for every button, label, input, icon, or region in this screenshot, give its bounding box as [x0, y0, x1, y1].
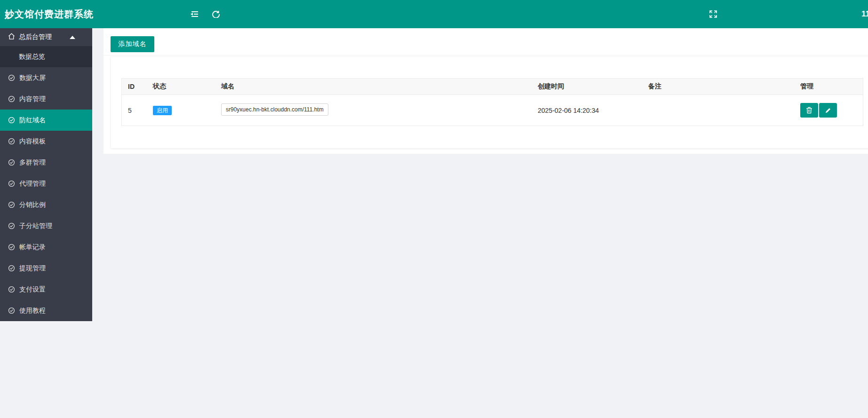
refresh-icon[interactable]	[208, 0, 224, 28]
sidebar-item-payment-settings[interactable]: 支付设置	[0, 279, 92, 300]
sidebar-item-label: 数据总览	[19, 53, 45, 61]
seal-check-icon	[8, 138, 15, 145]
toolbar-divider	[104, 55, 868, 55]
edit-button[interactable]	[819, 103, 837, 118]
main-content-panel: 添加域名 ID 状态 域名 创建时间 备注 管理	[104, 28, 868, 154]
sidebar-item-tutorial[interactable]: 使用教程	[0, 300, 92, 321]
sidebar-item-label: 提现管理	[19, 264, 46, 273]
status-badge-enabled: 启用	[153, 106, 172, 115]
trash-icon	[806, 107, 812, 114]
domain-value-box[interactable]: sr90yxuec.hn-bkt.clouddn.com/111.htm	[221, 103, 328, 116]
seal-check-icon	[8, 95, 15, 103]
cell-status: 启用	[147, 95, 215, 126]
sidebar-item-antired-domain[interactable]: 防红域名	[0, 110, 92, 131]
cell-actions	[794, 95, 863, 126]
column-header-id: ID	[122, 79, 147, 95]
sidebar-item-billing-records[interactable]: 帐单记录	[0, 237, 92, 258]
sidebar-item-label: 子分站管理	[19, 222, 52, 230]
sidebar-item-label: 支付设置	[19, 285, 46, 294]
cell-created: 2025-02-06 14:20:34	[532, 95, 642, 126]
sidebar-item-label: 分销比例	[19, 201, 46, 209]
sidebar-item-commission-ratio[interactable]: 分销比例	[0, 194, 92, 215]
fullscreen-icon[interactable]	[705, 0, 721, 28]
cell-domain: sr90yxuec.hn-bkt.clouddn.com/111.htm	[215, 95, 532, 126]
add-domain-button[interactable]: 添加域名	[111, 36, 154, 52]
seal-check-icon	[8, 201, 15, 208]
seal-check-icon	[8, 117, 15, 124]
collapse-sidebar-icon[interactable]	[186, 0, 202, 28]
sidebar-item-substation[interactable]: 子分站管理	[0, 215, 92, 237]
sidebar-group-admin[interactable]: 总后台管理	[0, 28, 92, 46]
table-row: 5 启用 sr90yxuec.hn-bkt.clouddn.com/111.ht…	[122, 95, 863, 126]
delete-button[interactable]	[800, 103, 818, 118]
sidebar-item-label: 内容模板	[19, 137, 46, 146]
seal-check-icon	[8, 307, 15, 314]
column-header-remark: 备注	[642, 79, 794, 95]
seal-check-icon	[8, 159, 15, 166]
sidebar-item-label: 代理管理	[19, 180, 46, 188]
home-icon	[8, 33, 15, 41]
user-badge[interactable]: 11	[861, 0, 868, 28]
table-header-row: ID 状态 域名 创建时间 备注 管理	[122, 79, 863, 95]
sidebar-item-agent-manage[interactable]: 代理管理	[0, 173, 92, 194]
sidebar-group-label: 总后台管理	[19, 33, 52, 41]
seal-check-icon	[8, 265, 15, 272]
cell-remark	[642, 95, 794, 126]
sidebar-item-label: 数据大屏	[19, 74, 46, 82]
column-header-status: 状态	[147, 79, 215, 95]
sidebar-item-multi-group[interactable]: 多群管理	[0, 152, 92, 173]
column-header-manage: 管理	[794, 79, 863, 95]
sidebar-item-label: 使用教程	[19, 307, 46, 315]
sidebar-item-label: 内容管理	[19, 95, 46, 103]
chevron-up-icon	[70, 36, 75, 39]
app-title: 妙文馆付费进群系统	[5, 0, 94, 28]
sidebar-item-content-manage[interactable]: 内容管理	[0, 88, 92, 110]
pencil-icon	[825, 107, 831, 114]
cell-id: 5	[122, 95, 147, 126]
seal-check-icon	[8, 286, 15, 293]
sidebar-item-label: 帐单记录	[19, 243, 46, 252]
column-header-domain: 域名	[215, 79, 532, 95]
domain-table-card: ID 状态 域名 创建时间 备注 管理 5 启用	[111, 56, 868, 149]
top-header: 妙文馆付费进群系统 11	[0, 0, 868, 28]
sidebar-item-label: 多群管理	[19, 158, 46, 167]
seal-check-icon	[8, 180, 15, 187]
sidebar-item-data-screen[interactable]: 数据大屏	[0, 67, 92, 88]
seal-check-icon	[8, 74, 15, 81]
sidebar-item-content-template[interactable]: 内容模板	[0, 131, 92, 152]
sidebar-item-data-overview[interactable]: 数据总览	[0, 46, 92, 67]
domain-table: ID 状态 域名 创建时间 备注 管理 5 启用	[121, 78, 863, 126]
seal-check-icon	[8, 222, 15, 229]
sidebar-nav: 总后台管理 数据总览 数据大屏 内容管理 防红域名 内容模板 多群管理 代理管理…	[0, 28, 92, 321]
seal-check-icon	[8, 244, 15, 251]
column-header-created: 创建时间	[532, 79, 642, 95]
sidebar-item-label: 防红域名	[19, 116, 46, 125]
sidebar-item-withdrawal[interactable]: 提现管理	[0, 258, 92, 279]
